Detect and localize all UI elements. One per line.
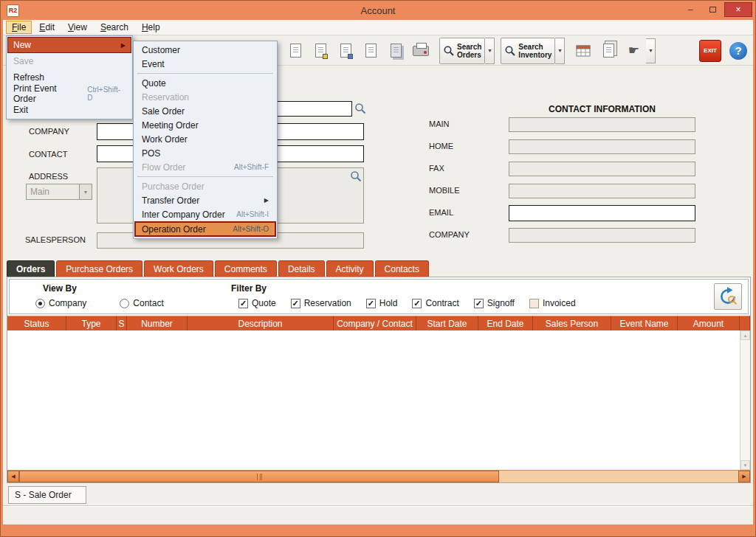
close-button[interactable]: × [724, 2, 752, 17]
menu-file[interactable]: File [6, 21, 32, 34]
filter-reservation-option[interactable]: ✓ Reservation [291, 298, 351, 308]
filter-quote-option[interactable]: ✓ Quote [238, 298, 276, 308]
search-inventory-button[interactable]: SearchInventory [501, 38, 555, 64]
file-menu-item-save[interactable]: Save [7, 53, 131, 69]
search-orders-dropdown-button[interactable]: ▼ [485, 38, 495, 64]
mobile-field [509, 184, 695, 198]
scroll-right-button[interactable]: ▶ [738, 471, 750, 482]
submenu-item-sale-order[interactable]: Sale Order [134, 104, 276, 118]
submenu-item-inter-company-order[interactable]: Inter Company Order Alt+Shift-I [134, 207, 276, 221]
grid-view-icon-button[interactable] [571, 38, 596, 63]
copy-pages-icon-button[interactable] [596, 38, 621, 63]
search-inventory-dropdown-button[interactable]: ▼ [555, 38, 565, 64]
help-button[interactable]: ? [727, 40, 749, 62]
filter-signoff-option[interactable]: ✓ Signoff [474, 298, 515, 308]
filter-hold-option[interactable]: ✓ Hold [366, 298, 398, 308]
menu-view[interactable]: View [62, 21, 93, 34]
column-header-start-date[interactable]: Start Date [416, 316, 478, 330]
tab-contacts[interactable]: Contacts [375, 260, 429, 277]
submenu-item-flow-order[interactable]: Flow Order Alt+Shift-F [134, 160, 276, 174]
column-header-event-name[interactable]: Event Name [611, 316, 678, 330]
tab-details[interactable]: Details [278, 260, 325, 277]
scrollbar-thumb[interactable] [19, 471, 499, 482]
file-menu-save-label: Save [13, 56, 33, 66]
tab-bar: Orders Purchase Orders Work Orders Comme… [7, 260, 429, 277]
maximize-button[interactable] [702, 2, 723, 17]
column-header-number[interactable]: Number [127, 316, 188, 330]
submenu-item-pos[interactable]: POS [134, 146, 276, 160]
submenu-item-transfer-order[interactable]: Transfer Order ▶ [134, 193, 276, 207]
note-document-icon [340, 44, 351, 58]
file-menu-refresh-label: Refresh [13, 72, 44, 83]
column-header-end-date[interactable]: End Date [478, 316, 533, 330]
submenu-item-purchase-order[interactable]: Purchase Order [134, 179, 276, 193]
radio-icon[interactable] [120, 299, 129, 308]
checkbox-checked-icon[interactable]: ✓ [412, 299, 422, 308]
column-header-type[interactable]: Type [66, 316, 117, 330]
menu-help[interactable]: Help [136, 21, 166, 34]
salesperson-label: SALESPERSON [25, 235, 86, 244]
edit-document-icon-button[interactable] [308, 38, 333, 63]
vertical-scrollbar[interactable]: ▲ ▼ [740, 330, 750, 470]
fax-printer-icon-button[interactable] [408, 38, 433, 63]
file-menu-item-exit[interactable]: Exit [7, 102, 131, 118]
filter-invoiced-option[interactable]: Invoiced [529, 298, 576, 308]
search-orders-button[interactable]: SearchOrders [439, 38, 485, 64]
column-header-company-contact[interactable]: Company / Contact [334, 316, 416, 330]
tab-orders[interactable]: Orders [7, 260, 55, 277]
scroll-up-button[interactable]: ▲ [740, 330, 750, 340]
file-menu-item-print-event-order[interactable]: Print Event Order Ctrl+Shift-D [7, 86, 131, 102]
checkbox-checked-icon[interactable]: ✓ [238, 299, 248, 308]
scrollbar-grip-icon [257, 474, 262, 480]
document-icon-button[interactable] [358, 38, 383, 63]
filter-contract-option[interactable]: ✓ Contract [412, 298, 458, 308]
address-type-select[interactable]: Main ▼ [26, 184, 92, 200]
checkbox-unchecked-icon[interactable] [529, 299, 539, 308]
document-stack-icon-button[interactable] [383, 38, 408, 63]
pointer-dropdown-button[interactable]: ▼ [646, 38, 656, 63]
note-document-icon-button[interactable] [333, 38, 358, 63]
submenu-item-reservation[interactable]: Reservation [134, 90, 276, 104]
file-menu-item-new[interactable]: New ▶ [7, 37, 131, 53]
email-field[interactable] [509, 205, 695, 221]
tab-purchase-orders[interactable]: Purchase Orders [56, 260, 142, 277]
minimize-button[interactable]: – [680, 2, 701, 17]
scroll-down-button[interactable]: ▼ [740, 460, 750, 470]
submenu-item-customer[interactable]: Customer [134, 43, 276, 57]
menu-search[interactable]: Search [94, 21, 134, 34]
column-header-status[interactable]: Status [7, 316, 66, 330]
exit-button[interactable]: EXIT [699, 40, 721, 62]
document-icon-button[interactable] [283, 38, 308, 63]
checkbox-checked-icon[interactable]: ✓ [474, 299, 484, 308]
search-icon[interactable] [354, 103, 366, 114]
tab-comments[interactable]: Comments [215, 260, 277, 277]
address-label: ADDRESS [29, 172, 68, 181]
radio-selected-icon[interactable] [35, 299, 45, 308]
checkbox-checked-icon[interactable]: ✓ [366, 299, 376, 308]
titlebar[interactable]: R2 Account – × [1, 1, 755, 20]
submenu-pos-label: POS [142, 148, 160, 159]
scroll-left-button[interactable]: ◀ [7, 471, 19, 482]
horizontal-scrollbar[interactable]: ◀ ▶ [7, 470, 750, 482]
column-header-s[interactable]: S [117, 316, 127, 330]
scrollbar-track[interactable] [499, 471, 738, 482]
tab-activity[interactable]: Activity [326, 260, 374, 277]
menu-edit[interactable]: Edit [33, 21, 61, 34]
submenu-item-operation-order[interactable]: Operation Order Alt+Shift-O [134, 221, 276, 237]
column-header-amount[interactable]: Amount [678, 316, 740, 330]
checkbox-checked-icon[interactable]: ✓ [291, 299, 300, 308]
pointer-icon-button[interactable]: ☛ [621, 38, 646, 63]
submenu-item-meeting-order[interactable]: Meeting Order [134, 118, 276, 132]
submenu-item-quote[interactable]: Quote [134, 76, 276, 90]
refresh-search-button[interactable] [714, 283, 742, 310]
view-by-company-option[interactable]: Company [35, 298, 86, 308]
scroll-left-icon: ◀ [11, 474, 15, 479]
tab-work-orders[interactable]: Work Orders [144, 260, 213, 277]
orders-table-body[interactable]: ▲ ▼ [7, 330, 750, 470]
column-header-description[interactable]: Description [188, 316, 334, 330]
column-header-sales-person[interactable]: Sales Person [533, 316, 611, 330]
view-by-contact-option[interactable]: Contact [120, 298, 163, 308]
search-icon[interactable] [350, 170, 362, 182]
submenu-item-event[interactable]: Event [134, 57, 276, 71]
submenu-item-work-order[interactable]: Work Order [134, 132, 276, 146]
